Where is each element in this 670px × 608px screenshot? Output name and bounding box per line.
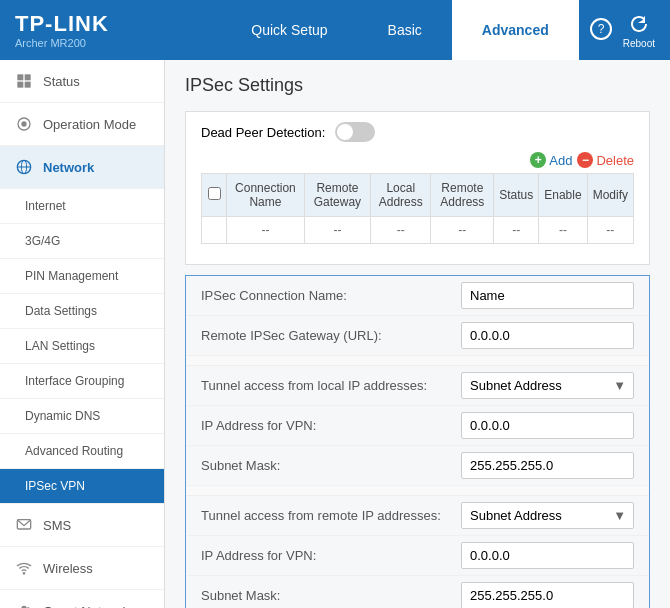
label-remote-gateway: Remote IPSec Gateway (URL): xyxy=(201,328,461,343)
sms-icon xyxy=(15,516,33,534)
input-subnet-local-wrap xyxy=(461,452,634,479)
table-cell-remote: -- xyxy=(431,217,494,244)
logo-model: Archer MR200 xyxy=(15,37,109,49)
sidebar-item-status[interactable]: Status xyxy=(0,60,164,103)
network-icon xyxy=(15,158,33,176)
sidebar-label-interface-grouping: Interface Grouping xyxy=(25,374,124,388)
sidebar-item-guest-network[interactable]: Guest Network xyxy=(0,590,164,608)
sidebar-item-data-settings[interactable]: Data Settings xyxy=(0,294,164,329)
sidebar-item-internet[interactable]: Internet xyxy=(0,189,164,224)
delete-button[interactable]: − Delete xyxy=(577,152,634,168)
form-row-connection-name: IPSec Connection Name: xyxy=(186,276,649,316)
reboot-label: Reboot xyxy=(623,38,655,49)
reboot-button[interactable]: Reboot xyxy=(623,12,655,49)
sidebar-item-interface-grouping[interactable]: Interface Grouping xyxy=(0,364,164,399)
sidebar-item-pin-management[interactable]: PIN Management xyxy=(0,259,164,294)
form-row-ip-remote: IP Address for VPN: xyxy=(186,536,649,576)
label-connection-name: IPSec Connection Name: xyxy=(201,288,461,303)
nav-tabs: Quick Setup Basic Advanced xyxy=(221,0,578,60)
label-tunnel-local: Tunnel access from local IP addresses: xyxy=(201,378,461,393)
logo-area: TP-LINK Archer MR200 xyxy=(15,11,109,49)
guest-network-icon xyxy=(15,602,33,608)
input-connection-name-wrap xyxy=(461,282,634,309)
support-icon-button[interactable]: ? xyxy=(589,17,613,43)
sidebar-label-data-settings: Data Settings xyxy=(25,304,97,318)
table-cell-gateway: -- xyxy=(304,217,370,244)
sidebar-item-3g4g[interactable]: 3G/4G xyxy=(0,224,164,259)
sidebar-label-pin-management: PIN Management xyxy=(25,269,118,283)
sidebar-item-advanced-routing[interactable]: Advanced Routing xyxy=(0,434,164,469)
table-header-modify: Modify xyxy=(587,174,633,217)
connection-table: Connection Name Remote Gateway Local Add… xyxy=(201,173,634,244)
label-ip-local: IP Address for VPN: xyxy=(201,418,461,433)
select-tunnel-local-wrap: Subnet Address Single Address ▼ xyxy=(461,372,634,399)
svg-text:?: ? xyxy=(597,22,604,36)
sidebar-label-network: Network xyxy=(43,160,94,175)
sidebar-item-dynamic-dns[interactable]: Dynamic DNS xyxy=(0,399,164,434)
sidebar-label-ipsec-vpn: IPSec VPN xyxy=(25,479,85,493)
input-connection-name[interactable] xyxy=(461,282,634,309)
table-cell-name: -- xyxy=(227,217,305,244)
select-tunnel-remote[interactable]: Subnet Address Single Address xyxy=(461,502,634,529)
sidebar-label-guest-network: Guest Network xyxy=(43,604,129,609)
table-cell-status: -- xyxy=(494,217,539,244)
sidebar-label-wireless: Wireless xyxy=(43,561,93,576)
sidebar-item-operation-mode[interactable]: Operation Mode xyxy=(0,103,164,146)
input-subnet-remote[interactable] xyxy=(461,582,634,608)
input-remote-gateway-wrap xyxy=(461,322,634,349)
form-row-subnet-local: Subnet Mask: xyxy=(186,446,649,486)
sidebar-label-dynamic-dns: Dynamic DNS xyxy=(25,409,100,423)
table-cell-local: -- xyxy=(371,217,431,244)
content-area: IPSec Settings Dead Peer Detection: + Ad… xyxy=(165,60,670,608)
logo-text: TP-LINK xyxy=(15,11,109,37)
table-header-remote-gateway: Remote Gateway xyxy=(304,174,370,217)
sidebar-item-wireless[interactable]: Wireless xyxy=(0,547,164,590)
spacer-1 xyxy=(186,356,649,366)
select-tunnel-remote-wrap: Subnet Address Single Address ▼ xyxy=(461,502,634,529)
tab-advanced[interactable]: Advanced xyxy=(452,0,579,60)
svg-rect-4 xyxy=(17,82,23,88)
sidebar-item-sms[interactable]: SMS xyxy=(0,504,164,547)
input-remote-gateway[interactable] xyxy=(461,322,634,349)
input-subnet-local[interactable] xyxy=(461,452,634,479)
ipsec-form: IPSec Connection Name: Remote IPSec Gate… xyxy=(185,275,650,608)
svg-rect-2 xyxy=(17,74,23,80)
sidebar-label-lan-settings: LAN Settings xyxy=(25,339,95,353)
label-subnet-local: Subnet Mask: xyxy=(201,458,461,473)
sidebar-label-advanced-routing: Advanced Routing xyxy=(25,444,123,458)
spacer-2 xyxy=(186,486,649,496)
dead-peer-row: Dead Peer Detection: xyxy=(201,122,634,142)
table-cell-enable: -- xyxy=(539,217,587,244)
table-header-remote-address: Remote Address xyxy=(431,174,494,217)
table-header-enable: Enable xyxy=(539,174,587,217)
input-ip-local[interactable] xyxy=(461,412,634,439)
add-button[interactable]: + Add xyxy=(530,152,572,168)
select-all-checkbox[interactable] xyxy=(208,187,221,200)
svg-rect-3 xyxy=(25,74,31,80)
input-ip-remote[interactable] xyxy=(461,542,634,569)
table-header-status: Status xyxy=(494,174,539,217)
svg-point-7 xyxy=(21,121,26,126)
svg-point-12 xyxy=(23,573,24,574)
delete-icon: − xyxy=(577,152,593,168)
form-row-subnet-remote: Subnet Mask: xyxy=(186,576,649,608)
input-ip-remote-wrap xyxy=(461,542,634,569)
dead-peer-toggle[interactable] xyxy=(335,122,375,142)
sidebar-label-internet: Internet xyxy=(25,199,66,213)
tab-quick-setup[interactable]: Quick Setup xyxy=(221,0,357,60)
sidebar-item-network[interactable]: Network xyxy=(0,146,164,189)
table-header-check xyxy=(202,174,227,217)
dead-peer-label: Dead Peer Detection: xyxy=(201,125,325,140)
select-tunnel-local[interactable]: Subnet Address Single Address xyxy=(461,372,634,399)
table-header-connection-name: Connection Name xyxy=(227,174,305,217)
main-layout: Status Operation Mode Network Internet 3… xyxy=(0,60,670,608)
svg-rect-5 xyxy=(25,82,31,88)
header: TP-LINK Archer MR200 Quick Setup Basic A… xyxy=(0,0,670,60)
sidebar: Status Operation Mode Network Internet 3… xyxy=(0,60,165,608)
sidebar-item-ipsec-vpn[interactable]: IPSec VPN xyxy=(0,469,164,504)
tab-basic[interactable]: Basic xyxy=(358,0,452,60)
sidebar-item-lan-settings[interactable]: LAN Settings xyxy=(0,329,164,364)
header-icons: ? Reboot xyxy=(589,12,655,49)
table-row: -- -- -- -- -- -- -- xyxy=(202,217,634,244)
operation-mode-icon xyxy=(15,115,33,133)
